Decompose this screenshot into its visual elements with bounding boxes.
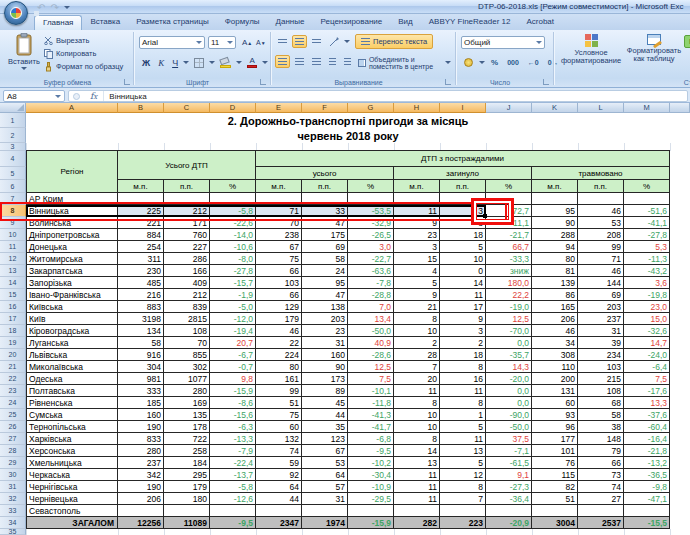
cell-H14[interactable]: 5 — [394, 277, 440, 289]
cell-I13[interactable]: 0 — [440, 265, 486, 277]
cell-J17[interactable]: 12,5 — [486, 313, 532, 325]
cell-C16[interactable]: 839 — [164, 301, 210, 313]
cell-F10[interactable]: 175 — [302, 229, 348, 241]
header-cell-sub-4[interactable]: п.п. — [302, 180, 348, 193]
header-cell-with-victims[interactable]: ДТП з постраждалими — [256, 151, 670, 167]
decrease-indent-icon[interactable] — [326, 55, 339, 68]
cell-E8[interactable]: 71 — [256, 205, 302, 217]
cell-B7[interactable] — [118, 193, 164, 205]
cell-A8[interactable]: Вінницька — [26, 205, 118, 217]
office-button[interactable] — [4, 1, 28, 25]
cell-H13[interactable]: 4 — [394, 265, 440, 277]
cell-D16[interactable]: -5,0 — [210, 301, 256, 313]
number-dialog-launcher-icon[interactable] — [543, 79, 549, 85]
column-header-B[interactable]: B — [118, 103, 164, 113]
align-top-icon[interactable] — [275, 35, 290, 48]
cell-H27[interactable]: 8 — [394, 433, 440, 445]
align-middle-icon[interactable] — [292, 35, 307, 48]
cell-A17[interactable]: Київ — [26, 313, 118, 325]
cell-D27[interactable]: -13,3 — [210, 433, 256, 445]
cell-L23[interactable]: 108 — [578, 385, 624, 397]
cell-A27[interactable]: Харківська — [26, 433, 118, 445]
column-header-D[interactable]: D — [210, 103, 256, 113]
cell-A7[interactable]: АР Крим — [26, 193, 118, 205]
cell-G20[interactable]: -28,6 — [348, 349, 394, 361]
cell-K13[interactable]: 81 — [532, 265, 578, 277]
cell-B14[interactable]: 485 — [118, 277, 164, 289]
cell-A19[interactable]: Луганська — [26, 337, 118, 349]
cell-B30[interactable]: 342 — [118, 469, 164, 481]
cell-I14[interactable]: 14 — [440, 277, 486, 289]
orientation-button[interactable] — [326, 35, 342, 48]
cell-G24[interactable]: -11,8 — [348, 397, 394, 409]
cell-J31[interactable]: -27,3 — [486, 481, 532, 493]
cell-H22[interactable]: 20 — [394, 373, 440, 385]
row-header-13[interactable]: 13 — [0, 265, 26, 277]
shrink-font-button[interactable]: A▼ — [253, 36, 269, 49]
cell-M25[interactable]: -37,6 — [624, 409, 670, 421]
column-header-J[interactable]: J — [486, 103, 532, 113]
cell-J25[interactable]: -90,0 — [486, 409, 532, 421]
cell-B31[interactable]: 190 — [118, 481, 164, 493]
cell-J27[interactable]: 37,5 — [486, 433, 532, 445]
cell-A24[interactable]: Рівненська — [26, 397, 118, 409]
header-cell-sub-8[interactable]: % — [486, 180, 532, 193]
cell-K29[interactable]: 76 — [532, 457, 578, 469]
row-header-18[interactable]: 18 — [0, 325, 26, 337]
cell-G19[interactable]: 40,9 — [348, 337, 394, 349]
cell-L18[interactable]: 31 — [578, 325, 624, 337]
cell-H24[interactable]: 8 — [394, 397, 440, 409]
cell-J33[interactable] — [486, 505, 532, 517]
cell-G9[interactable]: -32,9 — [348, 217, 394, 229]
cell-K25[interactable]: 93 — [532, 409, 578, 421]
cell-H20[interactable]: 28 — [394, 349, 440, 361]
accounting-dropdown-icon[interactable] — [479, 61, 485, 64]
cell-B8[interactable]: 225 — [118, 205, 164, 217]
cell-C20[interactable]: 855 — [164, 349, 210, 361]
cell-G8[interactable]: -53,5 — [348, 205, 394, 217]
row-header-10[interactable]: 10 — [0, 229, 26, 241]
cell-B28[interactable]: 280 — [118, 445, 164, 457]
cell-L28[interactable]: 79 — [578, 445, 624, 457]
cell-M13[interactable]: -43,2 — [624, 265, 670, 277]
cell-D17[interactable]: -12,0 — [210, 313, 256, 325]
cell-C17[interactable]: 2815 — [164, 313, 210, 325]
cell-F22[interactable]: 173 — [302, 373, 348, 385]
cell-L34[interactable]: 2537 — [578, 517, 624, 529]
cell-A15[interactable]: Івано-Франківська — [26, 289, 118, 301]
paste-button[interactable]: Вставить — [8, 33, 40, 70]
cell-G21[interactable]: 12,5 — [348, 361, 394, 373]
cell-A12[interactable]: Житомирська — [26, 253, 118, 265]
cell-G32[interactable]: -29,5 — [348, 493, 394, 505]
cell-M26[interactable]: -60,4 — [624, 421, 670, 433]
cell-C14[interactable]: 409 — [164, 277, 210, 289]
borders-button[interactable] — [191, 56, 207, 69]
cell-C24[interactable]: 169 — [164, 397, 210, 409]
header-cell-sub-0[interactable]: м.п. — [118, 180, 164, 193]
cell-I10[interactable]: 18 — [440, 229, 486, 241]
formula-input[interactable]: fx Вінницька — [68, 90, 688, 102]
cell-K10[interactable]: 288 — [532, 229, 578, 241]
font-size-combo[interactable]: 11 — [208, 36, 236, 49]
cell-L32[interactable]: 27 — [578, 493, 624, 505]
cell-K22[interactable]: 200 — [532, 373, 578, 385]
ribbon-tab-ABBYY FineReader 12[interactable]: ABBYY FineReader 12 — [421, 15, 519, 30]
format-painter-button[interactable]: Формат по образцу — [44, 60, 123, 73]
cell-G11[interactable]: 3,0 — [348, 241, 394, 253]
cell-M27[interactable]: -16,4 — [624, 433, 670, 445]
cell-M10[interactable]: -27,8 — [624, 229, 670, 241]
cell-B15[interactable]: 216 — [118, 289, 164, 301]
merge-center-button[interactable]: Объединить и поместить в центре — [355, 56, 454, 69]
cell-J24[interactable]: 0,0 — [486, 397, 532, 409]
cell-H11[interactable]: 3 — [394, 241, 440, 253]
cell-B17[interactable]: 3198 — [118, 313, 164, 325]
cell-H34[interactable]: 282 — [394, 517, 440, 529]
cell-F33[interactable] — [302, 505, 348, 517]
increase-decimal-icon[interactable]: ←0 — [525, 56, 542, 69]
cell-F29[interactable]: 53 — [302, 457, 348, 469]
header-cell-sub-3[interactable]: м.п. — [256, 180, 302, 193]
cell-F19[interactable]: 31 — [302, 337, 348, 349]
cell-C32[interactable]: 180 — [164, 493, 210, 505]
row-header-6[interactable]: 6 — [0, 180, 26, 193]
insert-function-icon[interactable] — [73, 93, 80, 100]
